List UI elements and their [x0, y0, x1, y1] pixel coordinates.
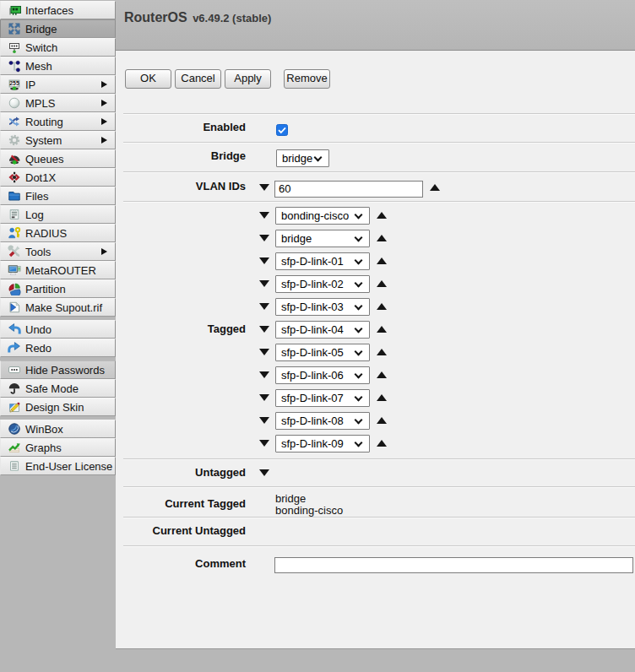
svg-text:255: 255 [9, 80, 19, 86]
